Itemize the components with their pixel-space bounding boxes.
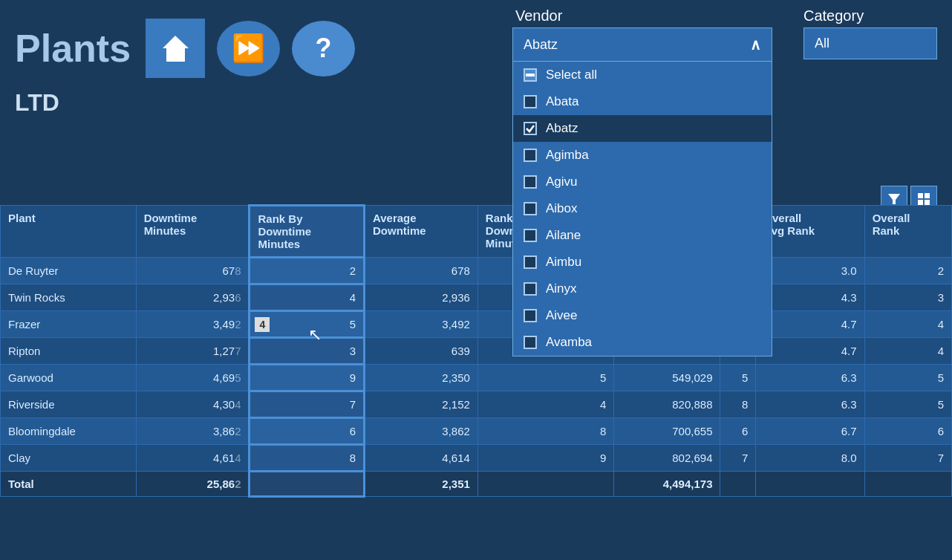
avamba-checkbox[interactable] bbox=[524, 336, 537, 349]
col-avg-downtime[interactable]: AverageDowntime bbox=[364, 206, 477, 258]
chevron-up-icon: ∧ bbox=[750, 36, 761, 53]
vendor-item-abata[interactable]: Abata bbox=[513, 88, 772, 115]
cell-overall-rank-total bbox=[864, 472, 951, 497]
cell-rank-downtime: 7 bbox=[250, 391, 365, 418]
table-row: Bloomingdale 3,862 6 3,862 8 700,655 6 6… bbox=[1, 418, 952, 445]
cell-rank-avg: 8 bbox=[477, 418, 613, 445]
cell-col6: 549,029 bbox=[614, 365, 720, 391]
aimbu-checkbox[interactable] bbox=[524, 255, 537, 269]
vendor-item-aivee[interactable]: Aivee bbox=[513, 302, 772, 329]
table-row: Clay 4,614 8 4,614 9 802,694 7 8.0 7 bbox=[1, 445, 952, 472]
vendor-select-all[interactable]: Select all bbox=[513, 62, 772, 88]
cell-overall-rank: 4 bbox=[864, 338, 951, 365]
table-row: De Ruyter 678 2 678 3.0 2 bbox=[1, 258, 952, 284]
vendor-selected-value: Abatz bbox=[524, 37, 558, 53]
vendor-item-label: Aimbu bbox=[546, 255, 581, 270]
svg-rect-1 bbox=[526, 74, 535, 76]
table-row: Twin Rocks 2,936 4 2,936 4.3 3 bbox=[1, 284, 952, 311]
agimba-checkbox[interactable] bbox=[524, 149, 537, 162]
cell-rank-avg: 9 bbox=[477, 445, 613, 472]
vendor-dropdown-toggle[interactable]: Abatz ∧ bbox=[512, 27, 772, 62]
vendor-dropdown-list: Select all Abata Abatz Agimba Agivu Aibo… bbox=[512, 62, 772, 356]
cell-avg-downtime: 2,350 bbox=[364, 365, 477, 391]
vendor-item-label: Agivu bbox=[546, 175, 578, 189]
cell-plant: Clay bbox=[1, 445, 137, 472]
category-label: Category bbox=[803, 7, 937, 25]
col-plant[interactable]: Plant bbox=[1, 206, 137, 258]
abata-checkbox[interactable] bbox=[524, 95, 537, 108]
cell-avg-downtime: 2,936 bbox=[364, 284, 477, 311]
cell-overall-avg-rank: 8.0 bbox=[756, 445, 864, 472]
cell-downtime: 3,492 bbox=[136, 311, 250, 338]
vendor-item-label: Abatz bbox=[546, 121, 578, 136]
col-downtime-minutes[interactable]: DowntimeMinutes bbox=[136, 206, 250, 258]
vendor-item-aibox[interactable]: Aibox bbox=[513, 195, 772, 222]
cell-col7: 7 bbox=[720, 445, 756, 472]
vendor-item-label: Ainyx bbox=[546, 281, 577, 296]
cell-overall-avg-rank-total bbox=[756, 472, 864, 497]
cell-downtime: 3,862 bbox=[136, 418, 250, 445]
cell-downtime: 1,277 bbox=[136, 338, 250, 365]
abatz-checkbox[interactable] bbox=[524, 122, 537, 135]
cell-avg-downtime: 2,152 bbox=[364, 391, 477, 418]
svg-rect-3 bbox=[918, 193, 923, 198]
table-header-row: Plant DowntimeMinutes Rank ByDowntimeMin… bbox=[1, 206, 952, 258]
cell-rank-downtime: 4 5 bbox=[250, 311, 365, 338]
cell-avg-downtime: 3,492 bbox=[364, 311, 477, 338]
vendor-item-label: Ailane bbox=[546, 228, 581, 243]
cell-downtime: 678 bbox=[136, 258, 250, 284]
help-button[interactable]: ? bbox=[292, 21, 355, 76]
forward-button[interactable]: ⏩ bbox=[217, 21, 280, 76]
vendor-item-ailane[interactable]: Ailane bbox=[513, 222, 772, 249]
category-filter: Category All bbox=[803, 7, 937, 59]
cell-overall-rank: 5 bbox=[864, 391, 951, 418]
cell-rank-downtime: 2 bbox=[250, 258, 365, 284]
vendor-item-label: Select all bbox=[546, 68, 597, 82]
cell-rank-downtime: 6 bbox=[250, 418, 365, 445]
vendor-item-abatz[interactable]: Abatz bbox=[513, 115, 772, 142]
category-dropdown[interactable]: All bbox=[803, 27, 937, 59]
cell-plant-total: Total bbox=[1, 472, 137, 497]
agivu-checkbox[interactable] bbox=[524, 175, 537, 189]
vendor-filter: Vendor Abatz ∧ Select all Abata Abatz Ag… bbox=[512, 7, 772, 356]
cell-plant: Ripton bbox=[1, 338, 137, 365]
cell-col6-total: 4,494,173 bbox=[614, 472, 720, 497]
cell-overall-avg-rank: 6.3 bbox=[756, 365, 864, 391]
cell-avg-downtime: 678 bbox=[364, 258, 477, 284]
vendor-item-ainyx[interactable]: Ainyx bbox=[513, 276, 772, 302]
vendor-item-aimbu[interactable]: Aimbu bbox=[513, 249, 772, 276]
svg-rect-4 bbox=[925, 193, 930, 198]
vendor-item-label: Agimba bbox=[546, 148, 589, 163]
select-all-checkbox[interactable] bbox=[524, 68, 537, 82]
ainyx-checkbox[interactable] bbox=[524, 282, 537, 296]
cell-downtime: 4,695 bbox=[136, 365, 250, 391]
col-overall-rank[interactable]: OverallRank bbox=[864, 206, 951, 258]
vendor-item-label: Avamba bbox=[546, 335, 592, 350]
cell-downtime-total: 25,862 bbox=[136, 472, 250, 497]
cell-rank-downtime: 9 bbox=[250, 365, 365, 391]
cell-col7: 8 bbox=[720, 391, 756, 418]
cell-rank-downtime: 3 bbox=[250, 338, 365, 365]
table-row: Frazer 3,492 4 5 3,492 4.7 4 bbox=[1, 311, 952, 338]
cell-downtime: 2,936 bbox=[136, 284, 250, 311]
cell-plant: Bloomingdale bbox=[1, 418, 137, 445]
category-selected: All bbox=[815, 36, 829, 51]
cell-overall-rank: 3 bbox=[864, 284, 951, 311]
cell-plant: De Ruyter bbox=[1, 258, 137, 284]
cell-plant: Riverside bbox=[1, 391, 137, 418]
svg-marker-0 bbox=[163, 36, 189, 62]
cell-avg-downtime: 4,614 bbox=[364, 445, 477, 472]
col-rank-by-downtime[interactable]: Rank ByDowntimeMinutes bbox=[250, 206, 365, 258]
cell-avg-downtime: 639 bbox=[364, 338, 477, 365]
svg-marker-2 bbox=[888, 194, 900, 204]
vendor-item-agivu[interactable]: Agivu bbox=[513, 169, 772, 195]
aibox-checkbox[interactable] bbox=[524, 202, 537, 215]
vendor-item-avamba[interactable]: Avamba bbox=[513, 329, 772, 356]
vendor-item-agimba[interactable]: Agimba bbox=[513, 142, 772, 169]
ailane-checkbox[interactable] bbox=[524, 229, 537, 242]
table-row: Ripton 1,277 3 639 2 946,148 9 4.7 4 bbox=[1, 338, 952, 365]
cell-rank-downtime: 4 bbox=[250, 284, 365, 311]
cell-plant: Frazer bbox=[1, 311, 137, 338]
aivee-checkbox[interactable] bbox=[524, 309, 537, 322]
home-icon-button[interactable] bbox=[146, 19, 205, 78]
